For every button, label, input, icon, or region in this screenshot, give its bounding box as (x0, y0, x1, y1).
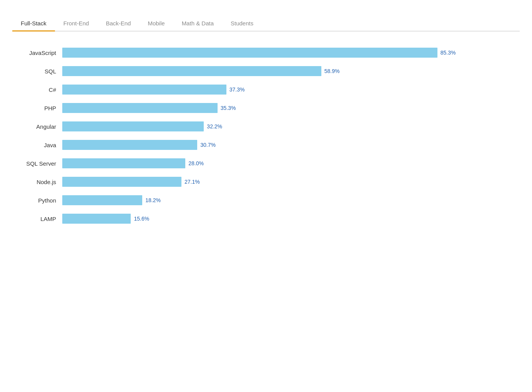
bar-row-6: SQL Server28.0% (12, 158, 520, 168)
bar-fill-8 (62, 195, 142, 205)
bar-value-1: 58.9% (324, 68, 340, 74)
tab-students[interactable]: Students (222, 16, 262, 32)
bar-fill-0 (62, 48, 437, 58)
bar-value-8: 18.2% (145, 197, 161, 203)
bar-value-0: 85.3% (441, 50, 456, 56)
bar-value-3: 35.3% (221, 105, 236, 111)
bar-value-7: 27.1% (185, 179, 200, 185)
bar-track-0: 85.3% (62, 48, 520, 58)
bar-row-3: PHP35.3% (12, 103, 520, 113)
bar-label-9: LAMP (12, 216, 62, 222)
bar-label-7: Node.js (12, 179, 62, 185)
tab-bar: Full-StackFront-EndBack-EndMobileMath & … (12, 16, 520, 32)
bar-fill-7 (62, 177, 181, 187)
bar-label-3: PHP (12, 105, 62, 111)
bar-row-8: Python18.2% (12, 195, 520, 205)
bar-track-8: 18.2% (62, 195, 520, 205)
tab-front-end[interactable]: Front-End (55, 16, 98, 32)
bar-value-2: 37.3% (229, 86, 245, 93)
bar-row-0: JavaScript85.3% (12, 48, 520, 58)
bar-label-2: C# (12, 86, 62, 93)
bar-label-0: JavaScript (12, 50, 62, 56)
bar-label-6: SQL Server (12, 160, 62, 167)
bar-track-1: 58.9% (62, 66, 520, 76)
bar-track-2: 37.3% (62, 85, 520, 95)
bar-fill-9 (62, 214, 131, 224)
bar-label-5: Java (12, 142, 62, 148)
bar-value-4: 32.2% (207, 123, 222, 130)
bar-fill-1 (62, 66, 321, 76)
bar-row-5: Java30.7% (12, 140, 520, 150)
chart-container: JavaScript85.3%SQL58.9%C#37.3%PHP35.3%An… (12, 44, 520, 224)
bar-label-4: Angular (12, 123, 62, 130)
bar-value-5: 30.7% (200, 142, 216, 148)
bar-track-6: 28.0% (62, 158, 520, 168)
bar-value-9: 15.6% (134, 216, 149, 222)
bar-row-1: SQL58.9% (12, 66, 520, 76)
bar-label-1: SQL (12, 68, 62, 75)
bar-row-9: LAMP15.6% (12, 214, 520, 224)
tab-back-end[interactable]: Back-End (97, 16, 139, 32)
bar-track-5: 30.7% (62, 140, 520, 150)
bar-fill-2 (62, 85, 226, 95)
bar-fill-3 (62, 103, 218, 113)
bar-track-7: 27.1% (62, 177, 520, 187)
tab-math-data[interactable]: Math & Data (173, 16, 222, 32)
bar-label-8: Python (12, 197, 62, 204)
bar-fill-6 (62, 158, 185, 168)
bar-track-4: 32.2% (62, 121, 520, 131)
bar-track-9: 15.6% (62, 214, 520, 224)
bar-value-6: 28.0% (188, 160, 204, 166)
bar-fill-5 (62, 140, 197, 150)
tab-mobile[interactable]: Mobile (139, 16, 173, 32)
bar-fill-4 (62, 121, 204, 131)
bar-row-2: C#37.3% (12, 85, 520, 95)
bar-row-4: Angular32.2% (12, 121, 520, 131)
bar-row-7: Node.js27.1% (12, 177, 520, 187)
tab-full-stack[interactable]: Full-Stack (12, 16, 55, 32)
bar-track-3: 35.3% (62, 103, 520, 113)
